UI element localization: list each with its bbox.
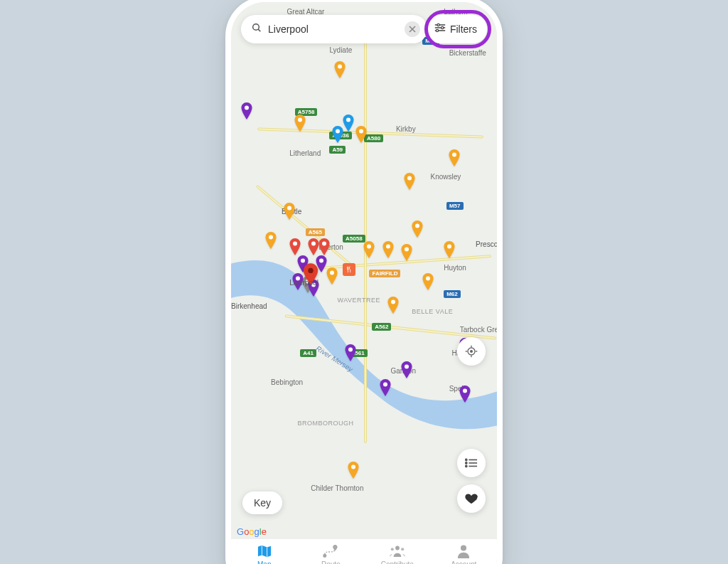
svg-point-15 bbox=[386, 244, 390, 248]
svg-point-32 bbox=[309, 268, 314, 273]
key-button[interactable]: Key bbox=[242, 491, 282, 514]
svg-point-2 bbox=[346, 117, 350, 122]
svg-point-25 bbox=[391, 300, 395, 304]
tab-label: Contribute bbox=[381, 560, 414, 565]
svg-point-19 bbox=[319, 259, 323, 263]
svg-point-5 bbox=[359, 129, 363, 134]
road-shield: M62 bbox=[444, 290, 461, 298]
tab-label: Route bbox=[321, 560, 341, 565]
road-shield: A59 bbox=[329, 146, 346, 154]
map-pin[interactable] bbox=[387, 297, 400, 314]
svg-point-42 bbox=[436, 29, 438, 31]
tab-map[interactable]: Map bbox=[231, 543, 298, 565]
svg-point-17 bbox=[447, 244, 451, 248]
svg-point-53 bbox=[466, 465, 467, 467]
map-pin[interactable] bbox=[333, 61, 346, 78]
map-pin[interactable] bbox=[240, 102, 253, 119]
svg-point-8 bbox=[287, 206, 291, 210]
city-marker-liverpool[interactable] bbox=[303, 263, 318, 284]
map-pin[interactable] bbox=[363, 241, 375, 258]
search-input[interactable] bbox=[268, 23, 399, 35]
map-pin[interactable] bbox=[459, 385, 471, 403]
road-shield: A41 bbox=[300, 349, 316, 357]
svg-point-3 bbox=[245, 106, 249, 110]
svg-point-21 bbox=[296, 277, 300, 281]
svg-point-60 bbox=[395, 546, 400, 550]
place-label: Lydiate bbox=[329, 46, 352, 54]
clear-search-button[interactable] bbox=[405, 21, 420, 37]
tab-bar: Map Route Contribute Account bbox=[231, 538, 497, 565]
svg-point-9 bbox=[415, 223, 419, 228]
map-pin[interactable] bbox=[318, 238, 331, 255]
map-pin[interactable] bbox=[403, 173, 416, 190]
svg-point-29 bbox=[383, 383, 387, 387]
svg-point-12 bbox=[311, 241, 316, 245]
svg-point-28 bbox=[405, 365, 409, 369]
screen: M58A5758A5036A59A580M57A565A5058FAIRFILD… bbox=[231, 2, 497, 565]
map-pin[interactable] bbox=[448, 149, 461, 166]
map-pin[interactable] bbox=[411, 220, 424, 238]
road-shield: M57 bbox=[446, 202, 464, 210]
svg-point-7 bbox=[407, 176, 412, 181]
map-pin[interactable] bbox=[382, 241, 395, 258]
map-pin[interactable] bbox=[283, 203, 296, 220]
place-label: Litherland bbox=[289, 149, 321, 157]
poi-restaurant[interactable] bbox=[343, 263, 355, 276]
svg-point-4 bbox=[336, 129, 340, 134]
people-icon bbox=[389, 543, 406, 559]
road-shield: A562 bbox=[372, 323, 391, 331]
phone-frame: M58A5758A5036A59A580M57A565A5058FAIRFILD… bbox=[225, 0, 503, 564]
svg-point-11 bbox=[293, 241, 297, 245]
map-pin[interactable] bbox=[443, 241, 456, 258]
svg-point-59 bbox=[335, 546, 336, 548]
map-pin[interactable] bbox=[264, 232, 277, 249]
map-pin[interactable] bbox=[344, 344, 357, 361]
list-view-button[interactable] bbox=[457, 449, 486, 477]
svg-point-44 bbox=[471, 351, 473, 353]
road-shield: FAIRFILD bbox=[369, 270, 400, 277]
map-pin[interactable] bbox=[379, 379, 392, 396]
svg-point-16 bbox=[405, 247, 409, 251]
map-pin[interactable] bbox=[400, 361, 413, 378]
svg-point-10 bbox=[269, 235, 273, 240]
route-icon bbox=[322, 543, 339, 559]
map-pin[interactable] bbox=[347, 462, 360, 479]
tab-route[interactable]: Route bbox=[298, 543, 365, 565]
svg-point-40 bbox=[441, 26, 443, 28]
filters-label: Filters bbox=[450, 23, 477, 35]
map-pin[interactable] bbox=[331, 126, 344, 143]
tab-account[interactable]: Account bbox=[431, 543, 498, 565]
svg-point-26 bbox=[348, 347, 353, 351]
tab-label: Account bbox=[451, 560, 476, 565]
svg-point-6 bbox=[452, 153, 456, 157]
map-pin[interactable] bbox=[294, 115, 306, 132]
tab-label: Map bbox=[257, 560, 271, 565]
svg-point-62 bbox=[401, 548, 404, 550]
svg-point-33 bbox=[253, 23, 259, 30]
map-canvas[interactable]: M58A5758A5036A59A580M57A565A5058FAIRFILD… bbox=[231, 2, 497, 565]
key-label: Key bbox=[254, 497, 271, 509]
map-pin[interactable] bbox=[400, 244, 413, 261]
map-icon bbox=[257, 543, 272, 559]
sliders-icon bbox=[434, 23, 446, 35]
search-icon bbox=[251, 22, 262, 36]
account-icon bbox=[457, 543, 470, 559]
svg-point-13 bbox=[322, 241, 326, 245]
map-pin[interactable] bbox=[291, 273, 304, 290]
svg-point-51 bbox=[466, 462, 467, 463]
map-pin[interactable] bbox=[355, 126, 368, 143]
svg-point-49 bbox=[466, 459, 467, 460]
svg-point-30 bbox=[463, 388, 467, 393]
map-pin[interactable] bbox=[422, 273, 434, 290]
filters-button[interactable]: Filters bbox=[426, 15, 487, 43]
place-label: Bickerstaffe bbox=[449, 49, 486, 57]
svg-point-14 bbox=[367, 244, 371, 248]
svg-point-0 bbox=[338, 65, 342, 69]
tab-contribute[interactable]: Contribute bbox=[364, 543, 431, 565]
svg-point-63 bbox=[461, 545, 466, 550]
favourites-button[interactable] bbox=[457, 484, 486, 513]
map-pin[interactable] bbox=[326, 267, 338, 284]
place-label: Knowsley bbox=[431, 173, 461, 181]
map-pin[interactable] bbox=[289, 238, 301, 255]
search-bar[interactable] bbox=[241, 15, 427, 43]
